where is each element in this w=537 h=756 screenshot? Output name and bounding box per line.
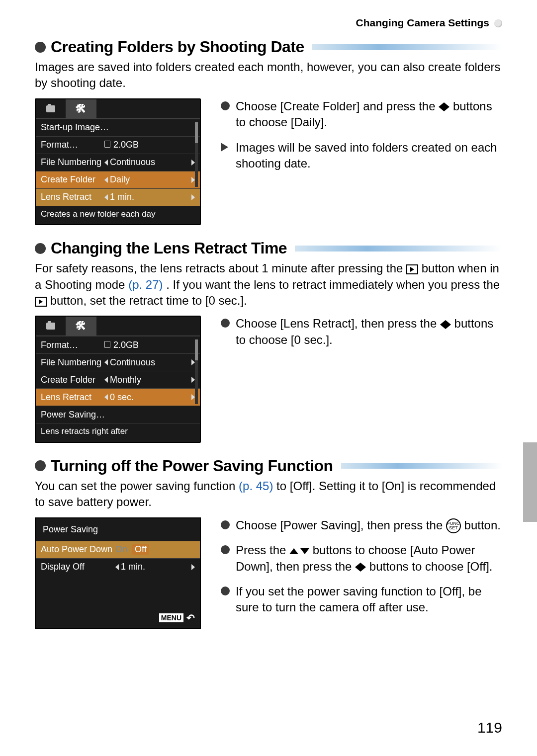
playback-button-icon xyxy=(406,264,418,274)
menu-row-format: Format…2.0GB xyxy=(36,336,200,353)
right-arrow-icon xyxy=(191,377,195,383)
up-down-buttons-icon xyxy=(289,548,309,554)
lcd-caption: Lens retracts right after xyxy=(36,423,200,441)
right-arrow-icon xyxy=(191,194,195,200)
section-title-power-saving: Turning off the Power Saving Function xyxy=(35,457,502,475)
breadcrumb: Changing Camera Settings xyxy=(35,17,502,29)
playback-button-icon xyxy=(35,297,47,307)
menu-row-auto-power-down: Auto Power Down OnOff xyxy=(36,541,200,558)
menu-return-indicator: MENU↶ xyxy=(159,612,195,624)
lcd-screenshot-lens-retract: 🛠 Format…2.0GB File NumberingContinuous … xyxy=(35,316,201,442)
wrench-icon: 🛠 xyxy=(76,320,87,333)
bullet-icon xyxy=(35,42,46,53)
wrench-icon: 🛠 xyxy=(76,102,87,115)
bullet-icon xyxy=(221,520,230,529)
note-images-saved: Images will be saved into folders create… xyxy=(221,140,502,172)
menu-row-file-numbering: File NumberingContinuous xyxy=(36,353,200,371)
section2-paragraph: For safety reasons, the lens retracts ab… xyxy=(35,260,502,309)
scrollbar xyxy=(195,122,198,187)
note-choose-create-folder: Choose [Create Folder] and press the but… xyxy=(221,98,502,131)
right-arrow-icon xyxy=(191,564,195,570)
left-right-buttons-icon xyxy=(439,102,449,111)
lcd-caption: Creates a new folder each day xyxy=(36,206,200,224)
page-thumb-tab xyxy=(523,442,537,522)
tab-tools: 🛠 xyxy=(66,317,96,336)
left-arrow-icon xyxy=(104,359,108,365)
section1-paragraph: Images are saved into folders created ea… xyxy=(35,59,502,91)
header-dot-icon xyxy=(494,19,502,27)
note-press-up-down: Press the buttons to choose [Auto Power … xyxy=(221,542,502,575)
play-triangle-icon xyxy=(221,143,228,152)
menu-row-display-off: Display Off 1 min. xyxy=(36,558,200,576)
section-title-creating-folders: Creating Folders by Shooting Date xyxy=(35,38,502,56)
left-arrow-icon xyxy=(104,394,108,400)
note-choose-power-saving: Choose [Power Saving], then press the FU… xyxy=(221,517,502,534)
left-right-buttons-icon xyxy=(355,563,366,572)
right-arrow-icon xyxy=(191,359,195,365)
section-title-lens-retract: Changing the Lens Retract Time xyxy=(35,239,502,257)
bullet-icon xyxy=(35,243,46,254)
left-arrow-icon xyxy=(104,160,108,166)
right-arrow-icon xyxy=(191,177,195,183)
card-icon xyxy=(104,341,110,348)
tab-camera xyxy=(36,317,66,336)
note-power-off-reminder: If you set the power saving function to … xyxy=(221,584,502,616)
page-number: 119 xyxy=(477,719,502,736)
menu-row-lens-retract: Lens Retract1 min. xyxy=(36,188,200,206)
bullet-icon xyxy=(35,460,46,471)
heading-rule-icon xyxy=(341,463,502,469)
bullet-icon xyxy=(221,545,230,554)
menu-row-create-folder: Create FolderMonthly xyxy=(36,371,200,388)
tab-camera xyxy=(36,99,66,118)
lcd-screenshot-create-folder: 🛠 Start-up Image… Format…2.0GB File Numb… xyxy=(35,98,201,225)
scrollbar xyxy=(195,339,198,404)
left-right-buttons-icon xyxy=(440,320,451,329)
bullet-icon xyxy=(221,101,230,110)
page-reference-link[interactable]: (p. 45) xyxy=(239,479,273,493)
menu-row-lens-retract: Lens Retract0 sec. xyxy=(36,388,200,406)
heading-rule-icon xyxy=(312,44,502,50)
lcd-title: Power Saving xyxy=(36,518,200,541)
left-arrow-icon xyxy=(104,194,108,200)
menu-row-power-saving: Power Saving… xyxy=(36,406,200,423)
menu-row-file-numbering: File NumberingContinuous xyxy=(36,154,200,171)
right-arrow-icon xyxy=(191,160,195,166)
page-reference-link[interactable]: (p. 27) xyxy=(128,278,163,291)
note-choose-lens-retract: Choose [Lens Retract], then press the bu… xyxy=(221,316,502,348)
section3-paragraph: You can set the power saving function (p… xyxy=(35,478,502,510)
left-arrow-icon xyxy=(104,177,108,183)
lcd-screenshot-power-saving: Power Saving Auto Power Down OnOff Displ… xyxy=(35,517,201,629)
heading-rule-icon xyxy=(295,246,502,252)
return-icon: ↶ xyxy=(186,612,195,624)
func-set-button-icon: FUNCSET xyxy=(446,518,461,533)
right-arrow-icon xyxy=(191,394,195,400)
menu-row-startup-image: Start-up Image… xyxy=(36,119,200,136)
tab-tools: 🛠 xyxy=(66,99,96,118)
camera-icon xyxy=(46,323,55,330)
bullet-icon xyxy=(221,587,230,595)
left-arrow-icon xyxy=(115,564,119,570)
camera-icon xyxy=(46,105,55,112)
menu-row-format: Format…2.0GB xyxy=(36,136,200,154)
menu-row-create-folder: Create FolderDaily xyxy=(36,171,200,188)
bullet-icon xyxy=(221,319,230,328)
card-icon xyxy=(104,141,110,148)
left-arrow-icon xyxy=(104,377,108,383)
